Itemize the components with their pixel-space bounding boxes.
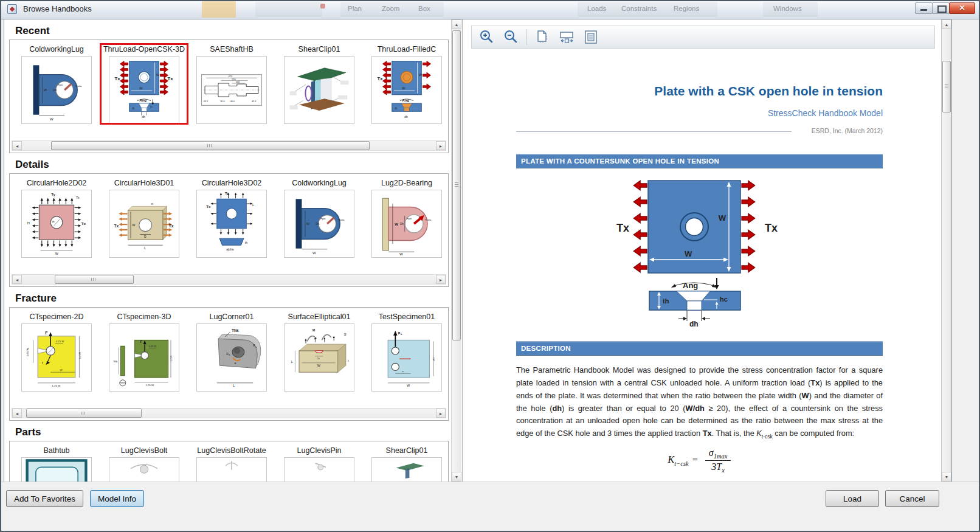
dialog-footer: Add To Favorites Model Info Load Cancel: [1, 482, 979, 531]
ghost-tab-label: Regions: [674, 5, 699, 12]
clevis-bolt-thumbnail: [109, 458, 179, 482]
fracture-hscrollbar[interactable]: [12, 408, 446, 418]
handbook-item-label: CircularHole3D02: [188, 179, 275, 189]
handbook-item-thruload-filledcsk[interactable]: ThruLoad-FilledC: [363, 44, 449, 124]
scroll-right-icon[interactable]: [436, 275, 446, 284]
clevis-bolt-rotate-thumbnail: [197, 458, 266, 482]
handbook-list-vscrollbar[interactable]: [451, 19, 461, 482]
filled-csk-plate-thumbnail: [372, 57, 441, 123]
handbook-list: Recent ColdworkingLug ThruLoad-OpenCSK-3…: [4, 19, 451, 482]
figure-label-ang: Ang: [683, 281, 698, 290]
fit-width-icon[interactable]: [557, 28, 576, 46]
shaft-drawing-thumbnail: [197, 57, 266, 123]
lug-thumbnail: [285, 190, 354, 257]
handbook-item-label: LugClevisBolt: [100, 446, 188, 457]
handbook-item-label: ShearClip01: [275, 45, 363, 55]
details-hscrollbar[interactable]: [12, 274, 446, 285]
handbook-item-lugcorner01[interactable]: LugCorner01: [188, 311, 275, 392]
handbook-item-label: ColdworkingLug: [275, 179, 363, 189]
scroll-up-icon[interactable]: [452, 19, 461, 29]
gallery-parts: Bathtub LugClevisBolt LugClevisBoltRotat…: [9, 441, 449, 482]
title-bar: Plan Zoom Box Loads Constraints Regions …: [0, 0, 980, 19]
scrollbar-thumb[interactable]: [55, 275, 133, 284]
lug-thumbnail: [22, 57, 91, 123]
scrollbar-thumb[interactable]: [942, 61, 951, 112]
ghost-tab-label: Loads: [587, 5, 606, 12]
document-title: Plate with a CSK open hole in tension: [516, 84, 883, 98]
handbook-item-label: TestSpecimen01: [363, 313, 449, 323]
model-info-button[interactable]: Model Info: [90, 490, 144, 507]
document-subtitle: StressCheck Handbook Model: [516, 108, 883, 118]
handbook-item-ctspecimen-3d[interactable]: CTspecimen-3D: [100, 311, 188, 392]
handbook-item-circularhole2d02[interactable]: CircularHole2D02: [13, 178, 100, 258]
fit-page-icon[interactable]: [582, 28, 600, 46]
ct-specimen-3d-thumbnail: [109, 324, 179, 391]
handbook-item-coldworkinglug2[interactable]: ColdworkingLug: [275, 178, 363, 258]
add-to-favorites-button[interactable]: Add To Favorites: [6, 490, 83, 507]
handbook-item-lugclevisbolt[interactable]: LugClevisBolt: [100, 445, 188, 482]
handbook-item-saeshafthb[interactable]: SAEShaftHB: [188, 44, 275, 124]
circular-hole-3d01-thumbnail: [109, 190, 179, 257]
handbook-item-circularhole3d02[interactable]: CircularHole3D02: [188, 178, 275, 258]
app-icon: [7, 4, 17, 14]
handbook-item-label: LugClevisPin: [275, 446, 363, 457]
handbook-item-ctspecimen-2d[interactable]: CTspecimen-2D: [13, 311, 100, 392]
handbook-item-label: ThruLoad-FilledC: [363, 45, 449, 55]
scroll-down-icon[interactable]: [942, 472, 951, 482]
load-button[interactable]: Load: [826, 490, 879, 507]
handbook-item-shearclip01-parts[interactable]: ShearClip01: [363, 445, 449, 482]
ghost-tab-label: Plan: [348, 5, 362, 12]
maximize-icon[interactable]: [932, 2, 950, 14]
csk-plate-thumbnail: [109, 57, 179, 123]
handbook-item-circularhole3d01[interactable]: CircularHole3D01: [100, 178, 188, 258]
gallery-recent: ColdworkingLug ThruLoad-OpenCSK-3D SAESh…: [9, 40, 449, 153]
handbook-item-shearclip01[interactable]: ShearClip01: [275, 44, 363, 124]
recent-hscrollbar[interactable]: [12, 140, 446, 151]
bathtub-thumbnail: [22, 458, 91, 482]
handbook-item-label: ShearClip01: [363, 446, 449, 457]
scroll-up-icon[interactable]: [942, 19, 951, 29]
scrollbar-thumb[interactable]: [452, 30, 461, 340]
handbook-item-label: CTspecimen-3D: [100, 313, 188, 323]
handbook-item-label: CircularHole2D02: [13, 179, 100, 189]
handbook-item-coldworkinglug[interactable]: ColdworkingLug: [13, 44, 100, 124]
handbook-item-label: CTspecimen-2D: [13, 313, 100, 323]
dialog-content: Recent ColdworkingLug ThruLoad-OpenCSK-3…: [4, 19, 952, 482]
actual-size-page-icon[interactable]: [533, 28, 551, 46]
scroll-left-icon[interactable]: [12, 409, 22, 418]
gallery-details: CircularHole2D02 CircularHole3D01 Circul…: [9, 173, 449, 287]
zoom-out-icon[interactable]: [502, 28, 520, 46]
section-title-details: Details: [15, 159, 451, 171]
handbook-item-lug2d-bearing[interactable]: Lug2D-Bearing: [363, 178, 449, 258]
scroll-left-icon[interactable]: [12, 141, 22, 150]
circular-hole-2d-thumbnail: [22, 190, 91, 257]
surface-elliptical-thumbnail: [285, 324, 354, 391]
figure-label-hc: hc: [720, 295, 728, 303]
handbook-item-testspecimen01[interactable]: TestSpecimen01: [363, 311, 449, 392]
handbook-item-bathtub[interactable]: Bathtub: [13, 445, 100, 482]
handbook-item-lugclevispin[interactable]: LugClevisPin: [275, 445, 363, 482]
handbook-item-lugclevisboltrotate[interactable]: LugClevisBoltRotate: [188, 445, 275, 482]
scroll-right-icon[interactable]: [436, 409, 446, 418]
zoom-in-icon[interactable]: [478, 28, 496, 46]
ghost-ribbon-group: [255, 2, 322, 17]
minimize-icon[interactable]: [915, 2, 933, 14]
section-title-recent: Recent: [15, 25, 451, 37]
ct-specimen-2d-thumbnail: [22, 324, 91, 391]
figure-label-w-vertical: W: [718, 213, 726, 223]
scroll-right-icon[interactable]: [436, 141, 446, 150]
shear-clip-thumbnail: [372, 458, 441, 482]
cancel-button[interactable]: Cancel: [885, 490, 939, 507]
scrollbar-thumb[interactable]: [26, 409, 142, 418]
close-icon[interactable]: [949, 2, 975, 14]
scroll-left-icon[interactable]: [12, 275, 22, 284]
handbook-item-thruload-opencsk-3d[interactable]: ThruLoad-OpenCSK-3D: [100, 44, 188, 124]
ghost-ribbon-icon: [320, 4, 325, 9]
preview-vscrollbar[interactable]: [941, 19, 951, 482]
handbook-item-label: Lug2D-Bearing: [363, 179, 449, 189]
scrollbar-thumb[interactable]: [51, 141, 370, 150]
handbook-item-label: LugCorner01: [188, 313, 275, 323]
handbook-item-label: SurfaceElliptical01: [275, 313, 363, 323]
handbook-item-surfaceelliptical01[interactable]: SurfaceElliptical01: [275, 311, 363, 392]
scroll-down-icon[interactable]: [452, 472, 461, 482]
